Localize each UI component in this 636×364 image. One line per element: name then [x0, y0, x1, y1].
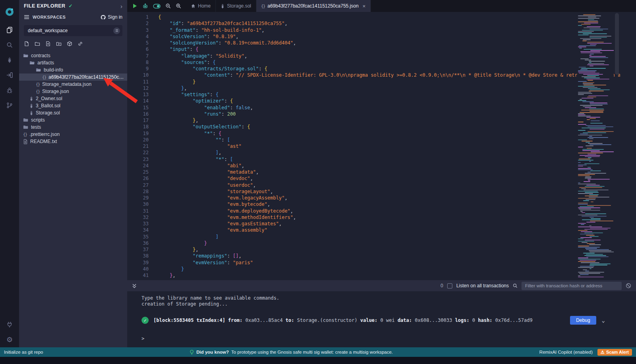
code-line: 1{ [127, 14, 636, 20]
tree-item--prettierrc-json[interactable]: {}.prettierrc.json [19, 131, 127, 138]
chevron-double-down-icon[interactable] [132, 283, 137, 288]
tree-item-3-ballot-sol[interactable]: 3_Ballot.sol [19, 102, 127, 109]
copilot-status[interactable]: RemixAI Copilot (enabled) [539, 350, 593, 354]
tree-item-storage-json[interactable]: {}Storage.json [19, 88, 127, 95]
line-number: 21 [127, 143, 156, 149]
tree-item-storage-metadata-json[interactable]: {}Storage_metadata.json [19, 81, 127, 88]
zoom-out-icon[interactable] [165, 3, 171, 9]
init-git-repo-button[interactable]: Initialize as git repo [4, 350, 43, 354]
upload-file-icon[interactable] [45, 41, 51, 46]
code-line: 30 "evm.bytecode", [127, 201, 636, 207]
line-number: 1 [127, 14, 156, 20]
tab-build-info-json[interactable]: {}a69b43f277ba20fcac141151250ca755.json× [256, 0, 371, 12]
code-line: 40 } [127, 266, 636, 272]
transaction-filter-input[interactable] [522, 282, 622, 290]
search-icon[interactable] [0, 37, 19, 52]
transaction-row[interactable]: ✓ [block:5583405 txIndex:4] from: 0xa03.… [142, 316, 636, 325]
folder-open-icon [36, 67, 41, 73]
search-icon[interactable] [513, 283, 518, 288]
line-number: 33 [127, 221, 156, 227]
json-icon: {} [261, 4, 265, 8]
workspace-options-icon[interactable] [113, 27, 120, 34]
line-number: 27 [127, 182, 156, 188]
editor-actions [127, 0, 186, 12]
folder-open-icon [23, 53, 29, 58]
remix-logo[interactable] [0, 3, 19, 21]
plugin-manager-icon[interactable] [0, 317, 19, 332]
circle-slash-icon[interactable] [626, 283, 631, 288]
new-file-icon[interactable] [24, 41, 29, 46]
tree-item-a69b43f277ba20fcac141151250ca755-json[interactable]: {}a69b43f277ba20fcac141151250ca755.json [19, 74, 127, 81]
terminal-input[interactable]: > [142, 336, 636, 341]
hamburger-menu-icon[interactable] [24, 15, 29, 19]
file-toolbar [19, 39, 127, 50]
tree-item-label: build-info [44, 67, 124, 73]
widget-toggle[interactable] [153, 4, 161, 9]
tree-item-build-info[interactable]: build-info [19, 66, 127, 74]
page-title: FILE EXPLORER [24, 3, 66, 9]
scam-alert-badge[interactable]: ⚠ Scam Alert [597, 349, 632, 356]
solidity-compiler-icon[interactable] [0, 52, 19, 68]
tab-storage-sol[interactable]: Storage.sol [216, 0, 256, 12]
code-line: 27 "userdoc", [127, 182, 636, 188]
line-number: 18 [127, 124, 156, 130]
settings-icon[interactable]: ⚙ [0, 332, 19, 347]
new-folder-icon[interactable] [35, 41, 40, 46]
tree-item-readme-txt[interactable]: README.txt [19, 138, 127, 145]
line-number: 22 [127, 149, 156, 156]
open-tabs: HomeStorage.sol{}a69b43f277ba20fcac14115… [186, 0, 371, 12]
run-script-icon[interactable] [132, 3, 138, 9]
tree-item-label: artifacts [37, 60, 124, 66]
upload-folder-icon[interactable] [56, 41, 62, 46]
workspace-select[interactable]: default_workspace [24, 25, 122, 36]
line-number: 41 [127, 272, 156, 279]
tree-item-tests[interactable]: tests [19, 124, 127, 131]
code-line: 5 "solcLongVersion": "0.8.19+commit.7dd6… [127, 40, 636, 46]
deploy-and-run-icon[interactable] [0, 68, 19, 83]
line-number: 6 [127, 46, 156, 52]
listen-all-transactions-label: Listen on all transactions [456, 283, 509, 288]
transaction-summary: [block:5583405 txIndex:4] from: 0xa03...… [153, 318, 533, 323]
code-line: 15 "enabled": false, [127, 105, 636, 111]
link-icon[interactable] [78, 41, 83, 46]
folder-icon [23, 117, 29, 123]
line-number: 36 [127, 240, 156, 246]
tip-prefix: Did you know? [196, 350, 229, 354]
tree-item-label: Storage.sol [36, 110, 124, 116]
line-number: 39 [127, 259, 156, 266]
sign-in-label: Sign in [108, 14, 122, 20]
code-line: 2 "id": "a69b43f277ba20fcac141151250ca75… [127, 20, 636, 27]
sign-in-button[interactable]: Sign in [101, 14, 122, 20]
editor-scrollbar[interactable] [614, 12, 620, 280]
ai-assistant-icon[interactable] [142, 3, 148, 9]
tree-item-2-owner-sol[interactable]: 2_Owner.sol [19, 95, 127, 102]
zoom-in-icon[interactable] [176, 3, 181, 9]
debugger-icon[interactable] [0, 83, 19, 98]
code-line: 25 "metadata", [127, 169, 636, 175]
cube-icon[interactable] [67, 41, 72, 46]
listen-all-transactions-checkbox[interactable] [447, 283, 452, 288]
code-editor[interactable]: 1{2 "id": "a69b43f277ba20fcac141151250ca… [127, 12, 636, 280]
home-icon [191, 4, 196, 8]
close-icon[interactable]: × [363, 3, 366, 9]
chevron-right-icon[interactable]: › [120, 3, 122, 10]
line-number: 25 [127, 169, 156, 175]
tree-item-storage-sol[interactable]: Storage.sol [19, 109, 127, 116]
chevron-down-icon[interactable]: ⌄ [602, 317, 605, 323]
tree-item-contracts[interactable]: contracts [19, 52, 127, 59]
minimap[interactable] [577, 12, 614, 280]
file-explorer-panel: FILE EXPLORER ✓ › WORKSPACES Sign in def… [19, 0, 127, 347]
tree-item-artifacts[interactable]: artifacts [19, 59, 127, 66]
line-number: 26 [127, 175, 156, 182]
solidity-icon [221, 4, 225, 9]
tab-home[interactable]: Home [186, 0, 216, 12]
line-number: 24 [127, 163, 156, 169]
tree-item-label: 2_Owner.sol [36, 96, 124, 101]
git-icon[interactable] [0, 98, 19, 113]
tree-item-scripts[interactable]: scripts [19, 116, 127, 124]
scrollbar-thumb[interactable] [615, 13, 619, 75]
line-number: 2 [127, 20, 156, 27]
file-explorer-icon[interactable] [0, 22, 19, 37]
tree-item-label: Storage_metadata.json [42, 81, 124, 87]
debug-button[interactable]: Debug [570, 316, 596, 325]
